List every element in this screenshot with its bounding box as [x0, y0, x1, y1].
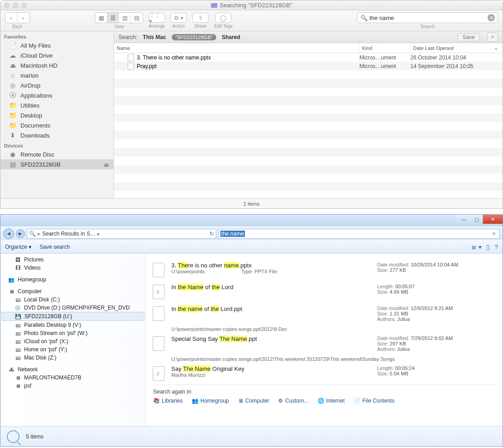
- arrange-label: Arrange: [149, 24, 165, 29]
- eject-icon[interactable]: ⏏: [104, 161, 109, 168]
- sidebar-drive[interactable]: 🖴Parallels Desktop 9 (V:): [1, 321, 144, 329]
- search-again-link[interactable]: ⚙Custom...: [278, 398, 308, 404]
- sidebar-item[interactable]: ☁iCloud Drive: [0, 50, 114, 60]
- back-label: Back: [12, 24, 22, 29]
- minimize-button[interactable]: —: [457, 215, 470, 224]
- sidebar-item[interactable]: 📁Utilities: [0, 100, 114, 110]
- forward-button[interactable]: ›: [17, 13, 29, 23]
- command-bar: Organize ▾ Save search ≣ ▾ ▯ ?: [0, 240, 503, 254]
- preview-pane-icon[interactable]: ▯: [486, 243, 490, 251]
- search-again-link[interactable]: 🌐Internet: [318, 398, 345, 404]
- save-search-button[interactable]: Save: [458, 33, 480, 41]
- scope-this-mac[interactable]: This Mac: [143, 34, 166, 40]
- clear-search-icon[interactable]: ×: [490, 230, 498, 237]
- search-result[interactable]: In the name of the Lord.pptDate modified…: [151, 303, 495, 325]
- add-criteria-button[interactable]: ＋: [487, 32, 498, 42]
- save-search-button[interactable]: Save search: [40, 244, 70, 250]
- result-row[interactable]: Pray.pptMicros…ument14 September 2014 10…: [114, 62, 503, 70]
- sidebar-item[interactable]: ◉Remote Disc: [0, 149, 114, 159]
- clear-search-icon[interactable]: ✕: [488, 14, 495, 21]
- close-button[interactable]: [4, 3, 10, 8]
- sidebar-item[interactable]: 🎞Videos: [1, 264, 144, 272]
- sidebar-item[interactable]: 📄All My Files: [0, 40, 114, 50]
- link-icon: 🌐: [318, 398, 324, 404]
- col-date[interactable]: Date Last Opened⌄: [410, 43, 503, 53]
- file-icon: [151, 365, 166, 382]
- sidebar-drive[interactable]: 🖴Photo Stream on 'psf' (W:): [1, 329, 144, 337]
- search-result[interactable]: Say The Name Original KeyMartha MunizziL…: [151, 363, 495, 384]
- share-button[interactable]: ⇧: [192, 13, 209, 23]
- results-list: 3. There is no other name.pptxMicros…ume…: [114, 53, 503, 198]
- list-view-button[interactable]: ☰: [107, 13, 119, 23]
- sidebar-item[interactable]: 📁Documents: [0, 120, 114, 130]
- help-icon[interactable]: ?: [494, 243, 498, 251]
- minimize-button[interactable]: [13, 3, 18, 8]
- sidebar-network[interactable]: 🖧Network: [1, 365, 144, 374]
- back-button[interactable]: ‹: [5, 13, 17, 23]
- sidebar-homegroup[interactable]: 👥Homegroup: [1, 276, 144, 284]
- breadcrumb[interactable]: 🔍 ▸ Search Results in S… ▸ ↻: [27, 229, 216, 239]
- zoom-button[interactable]: [21, 3, 27, 8]
- refresh-icon[interactable]: ↻: [209, 231, 214, 237]
- sidebar-drive[interactable]: 💿DVD Drive (D:) GRMCHPXFRER_EN_DVD: [1, 304, 144, 312]
- sidebar-drive[interactable]: 🖴Mac Disk (Z:): [1, 354, 144, 362]
- sidebar-item-label: MARLONTHOMAED7B: [24, 374, 81, 381]
- sidebar-drive[interactable]: 💾SFD223128GB (U:): [1, 312, 144, 321]
- action-button[interactable]: ⚙ ▾: [170, 13, 187, 23]
- folder-icon: 📁: [9, 102, 17, 109]
- sidebar-item[interactable]: ⒶApplications: [0, 90, 114, 100]
- sidebar-item[interactable]: ⏏Macintosh HD: [0, 60, 114, 70]
- arrange-button[interactable]: ⋮⋮ ▾: [149, 13, 165, 23]
- tags-button[interactable]: ◯: [215, 13, 231, 23]
- share-label: Share: [194, 24, 207, 29]
- sidebar-drive[interactable]: 🖴Home on 'psf' (Y:): [1, 345, 144, 354]
- search-input[interactable]: the name: [220, 231, 245, 237]
- sidebar-network-item[interactable]: 🖥psf: [1, 382, 144, 390]
- scope-label: Search:: [119, 34, 137, 40]
- explorer-titlebar[interactable]: — ▢ ✕: [0, 215, 503, 226]
- maximize-button[interactable]: ▢: [470, 215, 483, 224]
- scope-shared[interactable]: Shared: [222, 34, 240, 40]
- col-name[interactable]: Name: [114, 43, 359, 53]
- search-result[interactable]: Special Song Say The Name.pptDate modifi…: [151, 333, 495, 354]
- col-kind[interactable]: Kind: [359, 43, 410, 53]
- sidebar-item[interactable]: 🖼Pictures: [1, 256, 144, 264]
- search-again-link[interactable]: 📚Libraries: [153, 398, 183, 404]
- close-button[interactable]: ✕: [483, 215, 503, 224]
- finder-status-bar: 2 items: [0, 198, 503, 208]
- sidebar-network-item[interactable]: 🖥MARLONTHOMAED7B: [1, 374, 144, 382]
- explorer-search-field[interactable]: the name ×: [218, 229, 500, 239]
- search-again-link[interactable]: 🖥Computer: [238, 398, 269, 404]
- search-field[interactable]: 🔍 ✕: [357, 12, 498, 23]
- column-view-button[interactable]: ▥: [119, 13, 131, 23]
- sidebar-drive[interactable]: 🖴iCloud on 'psf' (X:): [1, 337, 144, 345]
- sidebar-item[interactable]: 📁Desktop: [0, 110, 114, 120]
- search-result[interactable]: In the Name of the LordLength: 00:05:07S…: [151, 281, 495, 303]
- magnifier-icon: [7, 430, 20, 443]
- organize-button[interactable]: Organize ▾: [5, 244, 31, 250]
- icon-view-button[interactable]: ▦: [95, 13, 107, 23]
- result-title: Special Song Say The Name.ppt: [171, 335, 372, 342]
- sidebar-item[interactable]: ◎AirDrop: [0, 80, 114, 90]
- search-input[interactable]: [369, 15, 488, 21]
- nav-back-button[interactable]: ◄: [3, 228, 14, 239]
- finder-titlebar[interactable]: Searching "SFD223128GB": [0, 0, 503, 10]
- sidebar-item[interactable]: ⬇Downloads: [0, 130, 114, 140]
- sidebar-item-label: Home on 'psf' (Y:): [24, 346, 67, 353]
- view-options-icon[interactable]: ≣ ▾: [471, 243, 482, 251]
- vid-icon: 🎞: [14, 265, 21, 271]
- scope-current[interactable]: "SFD223128GB": [172, 34, 216, 40]
- result-title: Say The Name Original Key: [171, 365, 372, 372]
- sidebar-item[interactable]: ⌂marlon: [0, 70, 114, 80]
- search-again-link[interactable]: 📄File Contents: [354, 398, 394, 404]
- sidebar-computer[interactable]: 🖥Computer: [1, 287, 144, 295]
- file-icon: [151, 335, 166, 352]
- nav-forward-button[interactable]: ►: [16, 229, 25, 238]
- search-again-link[interactable]: 👥Homegroup: [192, 398, 229, 404]
- coverflow-view-button[interactable]: ▤: [131, 13, 143, 23]
- sidebar-drive[interactable]: 🖴Local Disk (C:): [1, 295, 144, 304]
- result-row[interactable]: 3. There is no other name.pptxMicros…ume…: [114, 53, 503, 62]
- action-label: Action: [172, 24, 185, 29]
- sidebar-item[interactable]: ▤SFD223128GB⏏: [0, 159, 114, 169]
- search-result[interactable]: 3. There is no other name.pptxU:\powerpo…: [151, 259, 495, 281]
